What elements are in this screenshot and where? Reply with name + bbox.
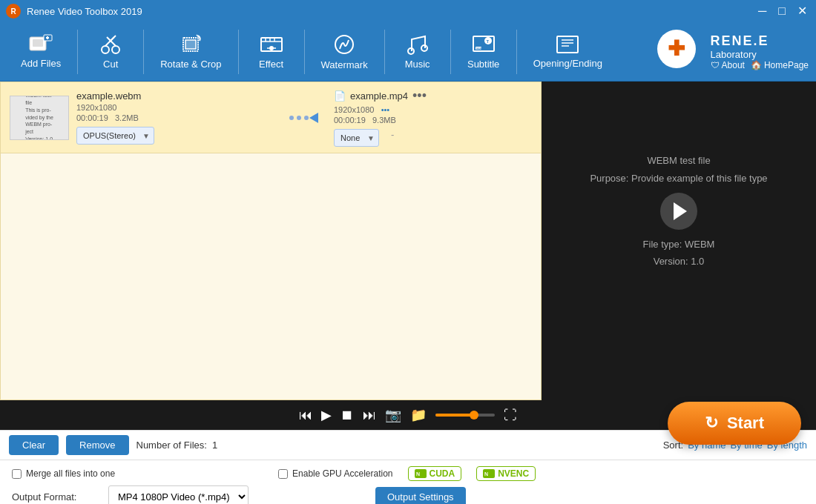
svg-point-6 [112,46,119,53]
format-row: Output Format: MP4 1080P Video (*.mp4) O… [12,485,804,504]
toolbar-music[interactable]: Music [388,29,447,74]
brand-area: ✚ RENE.E Laboratory 🛡 About 🏠 HomePage [657,30,809,74]
svg-line-8 [107,37,116,46]
toolbar-cut[interactable]: Cut [81,29,140,74]
home-icon: 🏠 [751,60,762,70]
output-more-button[interactable]: ••• [412,88,427,104]
window-controls: ─ □ ✕ [755,5,810,17]
output-size: 9.3MB [372,116,396,125]
output-format-select[interactable]: MP4 1080P Video (*.mp4) [108,485,249,504]
brand-name: RENE.E [711,33,809,49]
start-button[interactable]: ↻ Start [668,402,801,445]
volume-bar[interactable] [435,414,495,417]
output-file-icon: 📄 [334,90,346,102]
output-format-label: Output Format: [12,491,101,503]
output-resolution: 1920x1080 ••• [334,105,532,114]
homepage-link[interactable]: 🏠 HomePage [751,60,809,70]
input-duration-size: 00:00:19 3.2MB [76,113,274,122]
gpu-accel-label[interactable]: Enable GPU Acceleration [278,468,392,479]
cuda-badge: N CUDA [408,466,462,481]
toolbar-watermark[interactable]: Watermark [308,28,381,75]
toolbar-effect[interactable]: Effect [242,29,301,74]
svg-text:N: N [484,471,488,477]
output-file-info: 📄 example.mp4 ••• 1920x1080 ••• 00:00:19… [334,88,532,147]
separator [384,30,385,74]
brand-sub: Laboratory [711,49,809,60]
preview-filetype: File type: WEBM [590,236,767,253]
audio-select[interactable]: OPUS(Stereo) [76,127,154,145]
toolbar-add-files[interactable]: Add Files [7,30,74,73]
toolbar: Add Files Cut Rotate & Crop [0,22,816,82]
restore-icon[interactable]: □ [775,5,789,17]
separator [304,30,305,74]
merge-files-checkbox[interactable] [12,469,22,479]
add-files-icon [29,34,53,55]
play-button[interactable] [660,193,697,230]
output-settings-button[interactable]: Output Settings [375,487,466,505]
stop-button[interactable]: ⏹ [340,408,354,423]
convert-arrow [282,107,326,129]
shield-icon: 🛡 [711,60,720,70]
file-thumbnail: WEBM testfileThis is pro-vided by theWEB… [10,96,69,140]
main-content: WEBM testfileThis is pro-vided by theWEB… [0,82,816,400]
volume-knob[interactable] [470,411,478,420]
opening-ending-icon [556,34,579,55]
rotate-crop-label: Rotate & Crop [160,59,221,70]
subtitle-select-wrapper[interactable]: None ▼ [334,129,379,147]
title-bar: R Renee Video Toolbox 2019 ─ □ ✕ [0,0,816,22]
skip-start-button[interactable]: ⏮ [299,408,312,423]
folder-button[interactable]: 📁 [410,407,427,423]
subtitle-label: Subtitle [467,59,499,70]
remove-button[interactable]: Remove [66,435,128,455]
svg-text:SUB: SUB [476,47,483,50]
toolbar-rotate-crop[interactable]: Rotate & Crop [147,29,234,74]
svg-point-34 [297,116,301,120]
clear-button[interactable]: Clear [9,435,59,455]
toolbar-opening-ending[interactable]: Opening/Ending [520,30,616,73]
toolbar-subtitle[interactable]: SUB T Subtitle [454,29,513,74]
output-duration-size: 00:00:19 9.3MB [334,116,532,125]
separator [77,30,78,74]
svg-marker-36 [309,113,318,123]
file-count-label: Number of Files: 1 [136,440,218,451]
skip-end-button[interactable]: ⏭ [363,408,376,423]
svg-text:N: N [416,471,420,477]
close-icon[interactable]: ✕ [794,5,810,17]
output-more-settings[interactable]: ••• [381,105,390,114]
play-pause-button[interactable]: ▶ [321,407,332,423]
subtitle-select[interactable]: None [334,129,379,147]
input-filename: example.webm [76,90,274,102]
nvenc-badge: N NVENC [476,466,536,481]
gpu-accel-checkbox[interactable] [278,469,288,479]
svg-point-35 [304,116,309,120]
separator [516,30,517,74]
svg-rect-11 [185,40,196,49]
separator [450,30,451,74]
brand-text: RENE.E Laboratory 🛡 About 🏠 HomePage [711,33,809,70]
cut-label: Cut [103,59,118,70]
input-controls: OPUS(Stereo) ▼ [76,127,274,145]
output-filename-row: 📄 example.mp4 ••• [334,88,532,104]
input-file-info: example.webm 1920x1080 00:00:19 3.2MB OP… [76,90,274,145]
cut-icon [99,33,122,56]
opening-ending-label: Opening/Ending [533,58,602,69]
about-link[interactable]: 🛡 About [711,60,745,70]
merge-files-label[interactable]: Merge all files into one [12,468,115,479]
music-label: Music [405,59,430,70]
svg-point-33 [289,116,294,120]
rotate-crop-icon [179,33,203,56]
preview-video-bottom [542,341,816,400]
separator [238,30,239,74]
add-files-label: Add Files [21,58,61,69]
music-icon [407,33,428,56]
audio-select-wrapper[interactable]: OPUS(Stereo) ▼ [76,127,154,145]
minimize-icon[interactable]: ─ [755,5,769,17]
brand-logo: ✚ [657,30,702,74]
fullscreen-button[interactable]: ⛶ [504,408,517,423]
input-size: 3.2MB [115,113,139,122]
preview-title: WEBM test file [590,152,767,169]
file-list-area: WEBM testfileThis is pro-vided by theWEB… [0,82,542,400]
screenshot-button[interactable]: 📷 [385,407,401,423]
file-item: WEBM testfileThis is pro-vided by theWEB… [1,82,541,153]
svg-point-5 [102,46,109,53]
